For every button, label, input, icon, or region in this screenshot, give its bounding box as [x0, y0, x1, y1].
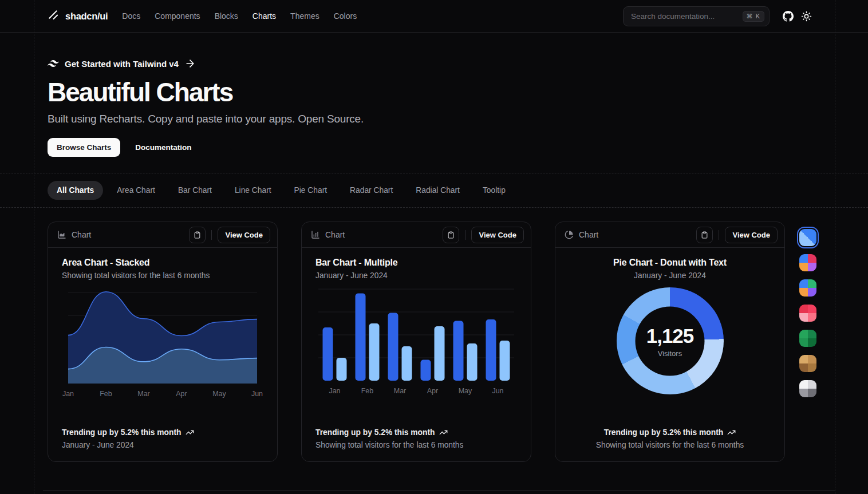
browse-charts-button[interactable]: Browse Charts: [48, 138, 120, 157]
tab-all-charts[interactable]: All Charts: [48, 181, 103, 200]
swatch-quadrant: [808, 389, 816, 397]
view-code-button[interactable]: View Code: [471, 227, 524, 243]
theme-swatch-green[interactable]: [799, 330, 816, 347]
tailwind-banner-link[interactable]: Get Started with Tailwind v4: [48, 58, 815, 69]
search-box[interactable]: ⌘ K: [623, 6, 770, 26]
tab-line-chart[interactable]: Line Chart: [226, 181, 281, 200]
nav-item-docs[interactable]: Docs: [122, 11, 140, 21]
github-button[interactable]: [779, 7, 797, 25]
bar-chart-card: Chart View Code Bar Chart - Multiple Jan…: [301, 222, 531, 462]
tab-radar-chart[interactable]: Radar Chart: [341, 181, 402, 200]
card-toolbar: Chart View Code: [302, 222, 531, 248]
footer-secondary-text: Showing total visitors for the last 6 mo…: [569, 441, 771, 449]
theme-swatch-vivid[interactable]: [799, 254, 816, 271]
copy-code-button[interactable]: [696, 227, 713, 243]
tabs-bottom-border: [0, 207, 868, 208]
swatch-quadrant: [799, 263, 808, 271]
nav-item-colors[interactable]: Colors: [334, 11, 357, 21]
swatch-quadrant: [808, 363, 816, 372]
theme-swatch-amber[interactable]: [799, 355, 816, 372]
navbar: shadcn/ui DocsComponentsBlocksChartsThem…: [0, 0, 868, 33]
bar-chart: JanFebMarAprMayJun: [315, 289, 517, 398]
donut-total-value: 1,125: [646, 325, 694, 347]
view-code-button[interactable]: View Code: [218, 227, 270, 243]
toolbar-separator: [465, 230, 465, 240]
swatch-quadrant: [808, 279, 816, 288]
clipboard-icon: [701, 231, 708, 239]
swatch-quadrant: [808, 355, 816, 363]
card-footer: Trending up by 5.2% this month January -…: [62, 428, 263, 449]
copy-code-button[interactable]: [443, 227, 459, 243]
clipboard-icon: [447, 231, 455, 239]
swatch-quadrant: [808, 263, 816, 271]
clipboard-icon: [194, 231, 201, 239]
card-title: Pie Chart - Donut with Text: [569, 258, 771, 268]
area-chart: JanFebMarAprMayJun: [62, 289, 263, 398]
banner-label: Get Started with Tailwind v4: [65, 59, 179, 69]
svg-text:Jan: Jan: [62, 390, 74, 398]
page-subtitle: Built using Recharts. Copy and paste int…: [48, 113, 815, 125]
nav-item-charts[interactable]: Charts: [252, 11, 276, 21]
card-toolbar: Chart View Code: [555, 222, 784, 248]
view-code-button[interactable]: View Code: [725, 227, 778, 243]
tab-radial-chart[interactable]: Radial Chart: [407, 181, 469, 200]
nav-item-components[interactable]: Components: [155, 11, 200, 21]
chart-filter-strip: All ChartsArea ChartBar ChartLine ChartP…: [0, 173, 868, 207]
svg-text:Mar: Mar: [137, 390, 150, 398]
chart-cards: Chart View Code Area Chart - Stacked Sho…: [48, 222, 785, 462]
svg-text:Feb: Feb: [100, 390, 112, 398]
search-shortcut-kbd: ⌘ K: [743, 11, 764, 22]
copy-code-button[interactable]: [189, 227, 206, 243]
nav-item-blocks[interactable]: Blocks: [215, 11, 238, 21]
chart-filter-tabs: All ChartsArea ChartBar ChartLine ChartP…: [48, 181, 515, 200]
card-body: Pie Chart - Donut with Text January - Ju…: [555, 248, 784, 394]
svg-text:May: May: [459, 387, 472, 395]
card-toolbar: Chart View Code: [48, 222, 277, 248]
footer-primary-text: Trending up by 5.2% this month: [62, 428, 182, 437]
swatch-quadrant: [799, 380, 808, 389]
card-description: Showing total visitors for the last 6 mo…: [62, 271, 263, 280]
tab-tooltip[interactable]: Tooltip: [474, 181, 515, 200]
tab-area-chart[interactable]: Area Chart: [108, 181, 164, 200]
tab-pie-chart[interactable]: Pie Chart: [285, 181, 337, 200]
svg-text:Mar: Mar: [394, 387, 407, 395]
swatch-quadrant: [799, 330, 808, 338]
swatch-quadrant: [808, 305, 816, 313]
theme-swatch-rail: [799, 229, 816, 397]
nav-item-themes[interactable]: Themes: [290, 11, 319, 21]
svg-text:Apr: Apr: [427, 387, 438, 395]
swatch-quadrant: [808, 313, 816, 322]
bar-chart-icon: [311, 230, 320, 239]
card-description: January - June 2024: [315, 271, 517, 280]
swatch-quadrant: [799, 338, 808, 347]
area-chart-icon: [57, 230, 66, 239]
github-icon: [783, 11, 794, 22]
footer-secondary-text: January - June 2024: [62, 441, 263, 449]
brand[interactable]: shadcn/ui: [48, 9, 108, 23]
swatch-quadrant: [799, 254, 808, 263]
swatch-quadrant: [808, 288, 816, 297]
right-guide-line: [835, 0, 835, 494]
theme-swatch-jewel[interactable]: [799, 279, 816, 297]
swatch-quadrant: [808, 338, 816, 347]
swatch-quadrant: [808, 380, 816, 389]
theme-swatch-rose[interactable]: [799, 305, 816, 322]
donut-total-label: Visitors: [658, 349, 682, 358]
arrow-right-icon: [184, 58, 196, 69]
tab-bar-chart[interactable]: Bar Chart: [169, 181, 221, 200]
left-guide-line: [34, 0, 34, 494]
documentation-button[interactable]: Documentation: [126, 138, 200, 157]
theme-swatch-blue[interactable]: [799, 229, 816, 246]
card-title: Bar Chart - Multiple: [315, 258, 517, 268]
card-body: Bar Chart - Multiple January - June 2024…: [302, 248, 531, 398]
tailwind-icon: [48, 58, 59, 69]
swatch-quadrant: [799, 288, 808, 297]
search-input[interactable]: [631, 12, 743, 21]
theme-toggle-button[interactable]: [797, 7, 815, 25]
svg-text:Jun: Jun: [492, 387, 503, 395]
card-body: Area Chart - Stacked Showing total visit…: [48, 248, 277, 398]
theme-swatch-mono[interactable]: [799, 380, 816, 397]
hero-section: Get Started with Tailwind v4 Beautiful C…: [48, 33, 815, 157]
donut-chart: 1,125 Visitors: [569, 287, 771, 394]
trending-up-icon: [727, 428, 736, 437]
